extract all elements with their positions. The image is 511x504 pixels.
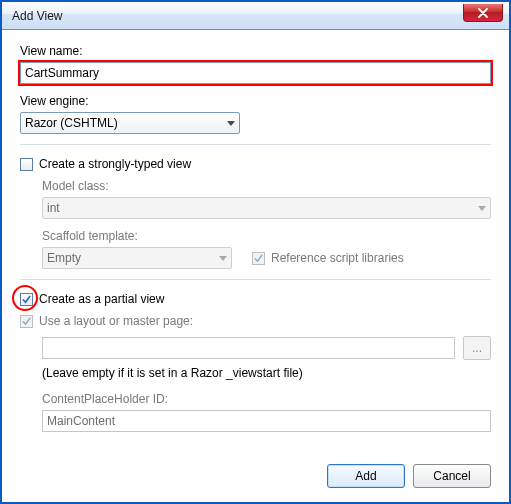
dialog-content: View name: View engine: Razor (CSHTML) C…	[2, 30, 509, 446]
chevron-down-icon	[219, 256, 227, 261]
layout-hint: (Leave empty if it is set in a Razor _vi…	[42, 366, 491, 380]
browse-button: ...	[463, 336, 491, 360]
window-title: Add View	[12, 9, 62, 23]
scaffold-select: Empty	[42, 247, 232, 269]
view-engine-select[interactable]: Razor (CSHTML)	[20, 112, 240, 134]
add-button[interactable]: Add	[327, 464, 405, 488]
model-class-label: Model class:	[42, 179, 491, 193]
scaffold-label: Scaffold template:	[42, 229, 491, 243]
close-icon	[478, 8, 488, 18]
chevron-down-icon	[478, 206, 486, 211]
view-engine-row: View engine: Razor (CSHTML)	[20, 94, 491, 134]
check-icon	[22, 317, 31, 326]
use-layout-label: Use a layout or master page:	[39, 314, 193, 328]
view-name-row: View name:	[20, 44, 491, 84]
placeholder-id-label: ContentPlaceHolder ID:	[42, 392, 491, 406]
strongly-typed-checkbox[interactable]	[20, 158, 33, 171]
divider	[20, 279, 491, 280]
divider	[20, 144, 491, 145]
model-class-value: int	[47, 201, 60, 215]
dialog-footer: Add Cancel	[327, 464, 491, 488]
layout-group: ... (Leave empty if it is set in a Razor…	[20, 336, 491, 432]
placeholder-id-input	[42, 410, 491, 432]
view-engine-label: View engine:	[20, 94, 491, 108]
partial-view-row: Create as a partial view	[20, 292, 491, 306]
strongly-typed-row: Create a strongly-typed view	[20, 157, 491, 171]
scaffold-value: Empty	[47, 251, 81, 265]
cancel-button[interactable]: Cancel	[413, 464, 491, 488]
partial-view-label: Create as a partial view	[39, 292, 164, 306]
use-layout-checkbox	[20, 315, 33, 328]
strongly-typed-label: Create a strongly-typed view	[39, 157, 191, 171]
view-name-input[interactable]	[20, 62, 491, 84]
reference-scripts-label: Reference script libraries	[271, 251, 404, 265]
reference-scripts-checkbox	[252, 252, 265, 265]
chevron-down-icon	[227, 121, 235, 126]
use-layout-row: Use a layout or master page:	[20, 314, 491, 328]
view-engine-value: Razor (CSHTML)	[25, 116, 118, 130]
layout-path-input	[42, 337, 455, 359]
view-name-label: View name:	[20, 44, 491, 58]
check-icon	[254, 254, 263, 263]
model-class-select: int	[42, 197, 491, 219]
strongly-typed-group: Model class: int Scaffold template: Empt…	[20, 179, 491, 269]
check-icon	[22, 295, 31, 304]
titlebar: Add View	[2, 2, 509, 30]
partial-view-checkbox[interactable]	[20, 293, 33, 306]
ellipsis-icon: ...	[472, 341, 482, 355]
close-button[interactable]	[463, 4, 503, 22]
